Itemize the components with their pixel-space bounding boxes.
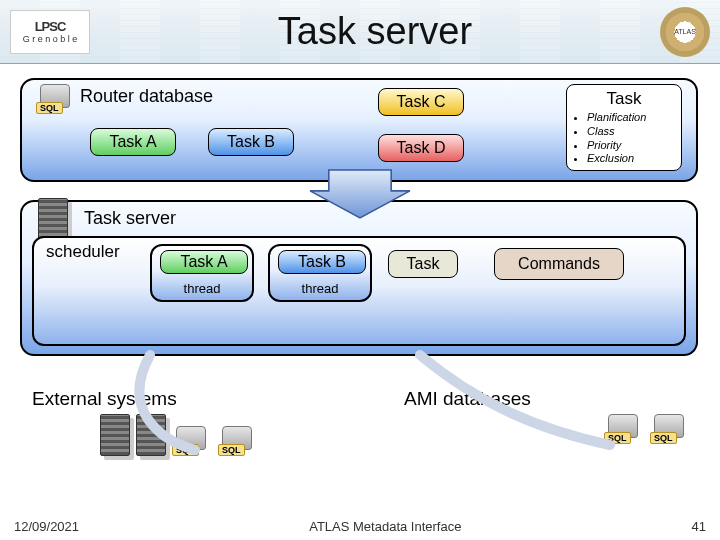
- title-bar: LPSC G r e n o b l e Task server ATLAS: [0, 0, 720, 64]
- atlas-logo: ATLAS: [660, 7, 710, 57]
- sql-icon: [604, 414, 644, 444]
- footer-date: 12/09/2021: [14, 519, 79, 534]
- page-title: Task server: [100, 10, 650, 53]
- lpsc-logo: LPSC G r e n o b l e: [10, 10, 90, 54]
- svg-marker-0: [310, 170, 410, 218]
- task-d-router: Task D: [378, 134, 464, 162]
- task-info-item: Class: [587, 125, 675, 139]
- footer: 12/09/2021 ATLAS Metadata Interface 41: [0, 519, 720, 534]
- lpsc-logo-text: LPSC: [35, 19, 66, 34]
- server-icon: [38, 198, 68, 240]
- task-b-router: Task B: [208, 128, 294, 156]
- task-info-list: Planification Class Priority Exclusion: [573, 111, 675, 166]
- sql-icon: [172, 426, 212, 456]
- server-icon: [100, 414, 130, 456]
- thread-label-b: thread: [270, 281, 370, 296]
- server-icon: [136, 414, 166, 456]
- task-server-panel: Task server scheduler Task A thread Task…: [20, 200, 698, 356]
- sql-icon: [218, 426, 258, 456]
- scheduler-panel: scheduler Task A thread Task B thread Ta…: [32, 236, 686, 346]
- external-systems-cluster: [100, 414, 258, 456]
- task-a-router: Task A: [90, 128, 176, 156]
- sql-icon: [36, 84, 76, 114]
- scheduler-label: scheduler: [46, 242, 120, 262]
- server-label: Task server: [84, 208, 176, 229]
- router-label: Router database: [80, 86, 213, 107]
- sql-icon: [650, 414, 690, 444]
- external-systems-label: External systems: [32, 388, 177, 410]
- footer-page: 41: [692, 519, 706, 534]
- ami-databases-label: AMI databases: [404, 388, 531, 410]
- atlas-logo-text: ATLAS: [674, 28, 696, 35]
- scheduler-task-b: Task B thread: [268, 244, 372, 302]
- task-info-item: Priority: [587, 139, 675, 153]
- task-info-item: Exclusion: [587, 152, 675, 166]
- scheduler-task-a: Task A thread: [150, 244, 254, 302]
- task-info-header: Task: [573, 89, 675, 109]
- router-database-panel: Router database Task A Task B Task C Tas…: [20, 78, 698, 182]
- ami-databases-cluster: [604, 414, 690, 444]
- thread-label-a: thread: [152, 281, 252, 296]
- task-info-box: Task Planification Class Priority Exclus…: [566, 84, 682, 171]
- arrow-down-icon: [305, 168, 415, 220]
- commands-box: Commands: [494, 248, 624, 280]
- lpsc-logo-sub: G r e n o b l e: [23, 34, 78, 44]
- task-generic: Task: [388, 250, 458, 278]
- task-b-scheduler: Task B: [278, 250, 366, 274]
- task-c-router: Task C: [378, 88, 464, 116]
- footer-center: ATLAS Metadata Interface: [309, 519, 461, 534]
- task-info-item: Planification: [587, 111, 675, 125]
- task-a-scheduler: Task A: [160, 250, 248, 274]
